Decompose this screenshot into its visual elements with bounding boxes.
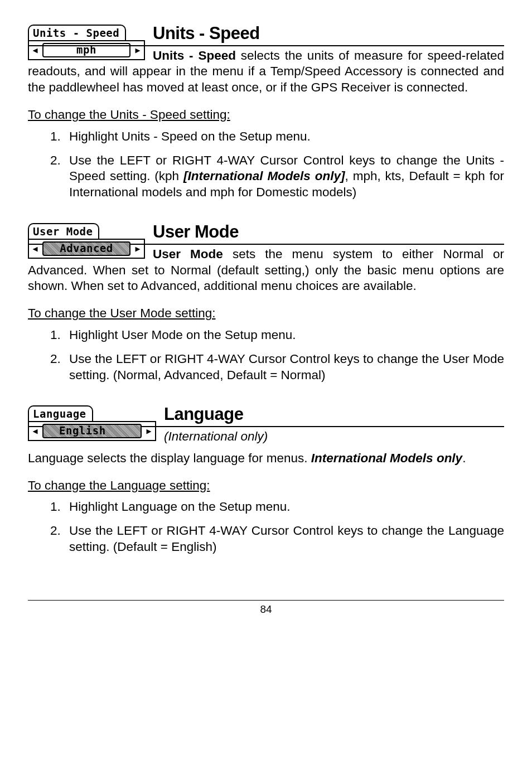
- step-text: Use the LEFT or RIGHT 4-WAY Cursor Contr…: [69, 352, 504, 382]
- step-number: 2.: [50, 523, 61, 539]
- widget-value[interactable]: mph: [42, 43, 130, 57]
- step-text: Highlight User Mode on the Setup menu.: [69, 328, 296, 342]
- widget-row: ◀ Advanced ▶: [28, 239, 145, 259]
- subhead-language: To change the Language setting:: [28, 478, 504, 494]
- section-units-speed: Units - Speed ◀ mph ▶ Units - Speed Unit…: [28, 22, 504, 96]
- steps-language: 1.Highlight Language on the Setup menu. …: [28, 499, 504, 555]
- step-number: 1.: [50, 129, 61, 145]
- list-item: 1.Highlight Language on the Setup menu.: [50, 499, 504, 515]
- menu-widget-units-speed: Units - Speed ◀ mph ▶: [28, 25, 145, 60]
- lang-mid: selects the display language for menus.: [84, 451, 311, 465]
- step-number: 2.: [50, 153, 61, 169]
- arrow-right-icon[interactable]: ▶: [145, 427, 153, 435]
- steps-units-speed: 1.Highlight Units - Speed on the Setup m…: [28, 129, 504, 201]
- widget-row: ◀ English ▶: [28, 421, 156, 441]
- step-text-b: [International Models only]: [183, 169, 345, 183]
- lang-bold1: Language: [28, 451, 84, 465]
- page-number: 84: [28, 603, 504, 616]
- list-item: 1.Highlight User Mode on the Setup menu.: [50, 327, 504, 343]
- lang-bold2: International Models only: [311, 451, 462, 465]
- widget-row: ◀ mph ▶: [28, 40, 145, 60]
- arrow-left-icon[interactable]: ◀: [31, 46, 39, 55]
- step-text: Use the LEFT or RIGHT 4-WAY Cursor Contr…: [69, 524, 504, 554]
- subhead-user-mode: To change the User Mode setting:: [28, 306, 504, 322]
- widget-value[interactable]: English: [42, 424, 142, 438]
- subhead-units-speed: To change the Units - Speed setting:: [28, 107, 504, 123]
- lang-end: .: [462, 451, 466, 465]
- widget-title: Language: [28, 405, 93, 421]
- list-item: 1.Highlight Units - Speed on the Setup m…: [50, 129, 504, 145]
- body-language: Language selects the display language fo…: [28, 451, 504, 467]
- arrow-left-icon[interactable]: ◀: [31, 245, 39, 253]
- arrow-right-icon[interactable]: ▶: [134, 46, 142, 55]
- widget-title: Units - Speed: [28, 25, 126, 40]
- footer-rule: [28, 600, 504, 601]
- step-number: 1.: [50, 499, 61, 515]
- list-item: 2.Use the LEFT or RIGHT 4-WAY Cursor Con…: [50, 523, 504, 555]
- menu-widget-user-mode: User Mode ◀ Advanced ▶: [28, 223, 145, 259]
- list-item: 2.Use the LEFT or RIGHT 4-WAY Cursor Con…: [50, 351, 504, 384]
- arrow-left-icon[interactable]: ◀: [31, 427, 39, 435]
- menu-widget-language: Language ◀ English ▶: [28, 405, 156, 441]
- widget-title: User Mode: [28, 223, 99, 239]
- section-language: Language ◀ English ▶ Language (Internati…: [28, 403, 504, 444]
- lead-bold: Units - Speed: [153, 49, 236, 62]
- step-text: Highlight Language on the Setup menu.: [69, 500, 291, 514]
- step-number: 2.: [50, 351, 61, 367]
- section-user-mode: User Mode ◀ Advanced ▶ User Mode User Mo…: [28, 221, 504, 294]
- arrow-right-icon[interactable]: ▶: [134, 245, 142, 253]
- widget-value[interactable]: Advanced: [42, 241, 130, 256]
- step-number: 1.: [50, 327, 61, 343]
- steps-user-mode: 1.Highlight User Mode on the Setup menu.…: [28, 327, 504, 383]
- list-item: 2.Use the LEFT or RIGHT 4-WAY Cursor Con…: [50, 153, 504, 201]
- lead-bold: User Mode: [153, 247, 223, 261]
- step-text: Highlight Units - Speed on the Setup men…: [69, 129, 311, 143]
